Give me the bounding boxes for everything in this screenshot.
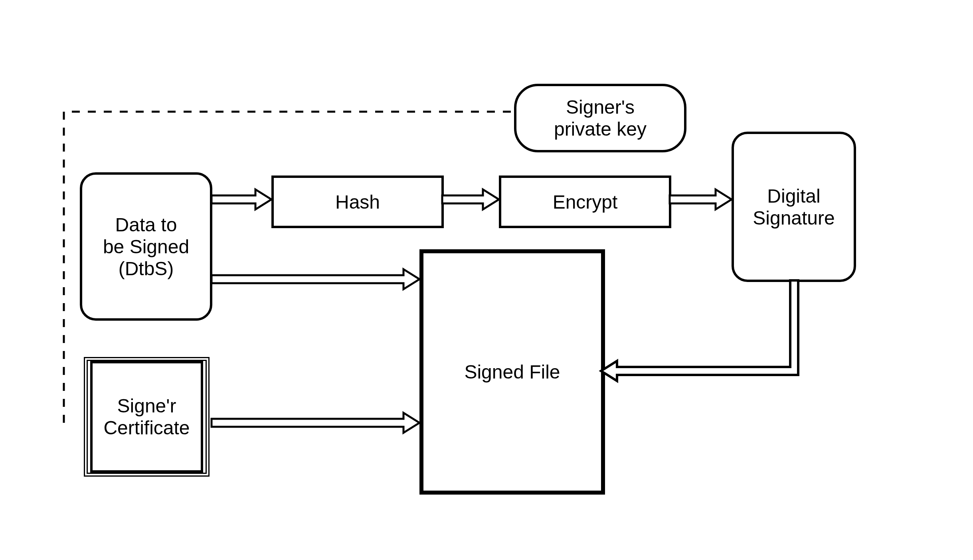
node-private-key: Signer's private key <box>514 84 686 152</box>
arrow-encrypt-to-digital-signature <box>670 189 732 209</box>
arrow-hash-to-encrypt <box>442 189 499 209</box>
node-data-to-be-signed-label: Data to be Signed (DtbS) <box>103 214 189 280</box>
node-signed-file: Signed File <box>419 249 605 495</box>
node-private-key-label: Signer's private key <box>554 96 647 140</box>
node-signer-certificate: Signe'r Certificate <box>84 357 210 477</box>
arrow-dtbs-to-signedfile <box>212 269 419 289</box>
node-signed-file-label: Signed File <box>464 361 560 383</box>
node-encrypt-label: Encrypt <box>553 191 618 213</box>
arrow-dtbs-to-hash <box>212 189 271 209</box>
arrow-cert-to-signedfile <box>212 413 419 433</box>
arrow-digsig-to-signedfile <box>601 280 798 381</box>
node-data-to-be-signed: Data to be Signed (DtbS) <box>80 172 212 321</box>
node-signer-certificate-label: Signe'r Certificate <box>103 395 190 439</box>
node-digital-signature-label: Digital Signature <box>753 185 835 229</box>
node-digital-signature: Digital Signature <box>732 132 856 282</box>
node-encrypt: Encrypt <box>499 175 671 228</box>
node-hash: Hash <box>271 175 444 228</box>
node-hash-label: Hash <box>335 191 380 213</box>
